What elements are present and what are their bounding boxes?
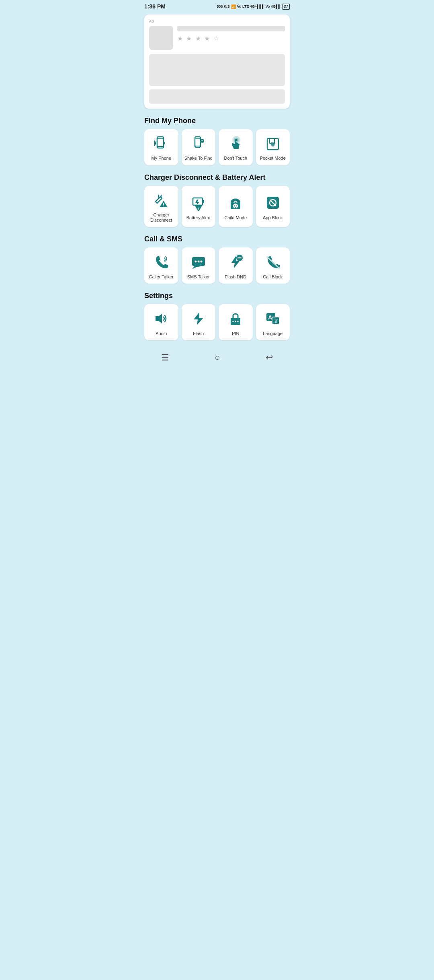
language-label: Language — [263, 331, 283, 336]
call-block-icon — [264, 253, 282, 271]
svg-point-36 — [237, 321, 239, 322]
svg-rect-14 — [193, 198, 203, 205]
ad-banner-main — [149, 54, 285, 86]
child-mode-item[interactable]: Child Mode — [219, 186, 253, 227]
call-sms-grid: Caller Talker SMS Talker — [139, 247, 295, 290]
status-time: 1:36 PM — [144, 3, 166, 10]
svg-point-34 — [232, 321, 234, 322]
app-block-label: App Block — [263, 215, 283, 220]
dont-touch-label: Don't Touch — [224, 156, 247, 161]
flash-dnd-icon — [226, 253, 245, 271]
app-block-item[interactable]: App Block — [256, 186, 290, 227]
menu-nav-icon[interactable]: ☰ — [161, 352, 169, 363]
pin-icon — [226, 309, 245, 328]
svg-point-25 — [194, 260, 197, 262]
signal-icons: Vo LTE 4G+▌▌▌ Vo 4G▌▌ — [237, 4, 281, 8]
section-find-my-phone-title: Find My Phone — [139, 115, 295, 129]
ad-thumbnail — [149, 26, 173, 50]
svg-text:!: ! — [198, 207, 199, 211]
phone-ring-icon — [152, 134, 170, 152]
call-block-label: Call Block — [263, 274, 283, 280]
shake-to-find-label: Shake To Find — [184, 156, 213, 161]
touch-icon — [226, 134, 245, 152]
bottom-nav: ☰ ○ ↩ — [139, 347, 295, 371]
ad-card: AD ★ ★ ★ ★ ☆ — [144, 14, 290, 109]
wifi-icon: 📶 — [231, 4, 236, 9]
child-icon — [226, 194, 245, 212]
pocket-icon — [264, 134, 282, 152]
dont-touch-item[interactable]: Don't Touch — [219, 129, 253, 165]
caller-talker-label: Caller Talker — [149, 274, 174, 280]
call-sms-title: Call & SMS — [139, 233, 295, 247]
pocket-mode-label: Pocket Mode — [260, 156, 286, 161]
battery-alert-icon: ! — [189, 194, 208, 212]
caller-icon — [152, 253, 170, 271]
flash-dnd-label: Flash DND — [225, 274, 246, 280]
flash-label: Flash — [193, 331, 204, 336]
svg-marker-32 — [156, 314, 162, 323]
flash-icon — [189, 309, 208, 328]
svg-point-19 — [236, 205, 237, 206]
status-icons: 506 K/S 📶 Vo LTE 4G+▌▌▌ Vo 4G▌▌ 27 — [217, 4, 290, 10]
sms-talker-item[interactable]: SMS Talker — [182, 247, 216, 284]
my-phone-item[interactable]: My Phone — [144, 129, 178, 165]
call-block-item[interactable]: Call Block — [256, 247, 290, 284]
charger-icon: ! — [152, 191, 170, 209]
svg-point-17 — [233, 204, 238, 208]
sms-icon — [189, 253, 208, 271]
shake-icon — [189, 134, 208, 152]
ad-banner-sub — [149, 89, 285, 104]
pocket-mode-item[interactable]: Pocket Mode — [256, 129, 290, 165]
svg-point-27 — [200, 260, 202, 262]
flash-dnd-item[interactable]: Flash DND — [219, 247, 253, 284]
my-phone-label: My Phone — [151, 156, 171, 161]
settings-title: Settings — [139, 290, 295, 304]
language-icon: A 文 — [264, 309, 282, 328]
charger-battery-title: Charger Disconnect & Battery Alert — [139, 172, 295, 186]
svg-text:文: 文 — [274, 318, 278, 324]
settings-grid: Audio Flash PIN A — [139, 304, 295, 347]
battery-icon: 27 — [282, 4, 290, 10]
battery-alert-label: Battery Alert — [186, 215, 211, 220]
shake-to-find-item[interactable]: Shake To Find — [182, 129, 216, 165]
ad-label: AD — [149, 19, 285, 23]
charger-disconnect-label: Charger Disconnect — [147, 212, 176, 223]
battery-alert-item[interactable]: ! Battery Alert — [182, 186, 216, 227]
caller-talker-item[interactable]: Caller Talker — [144, 247, 178, 284]
home-nav-icon[interactable]: ○ — [215, 352, 220, 363]
charger-battery-grid: ! Charger Disconnect ! Battery Alert — [139, 186, 295, 233]
ad-stars: ★ ★ ★ ★ ☆ — [177, 35, 285, 42]
pin-item[interactable]: PIN — [219, 304, 253, 340]
data-speed: 506 K/S — [217, 4, 230, 8]
language-item[interactable]: A 文 Language — [256, 304, 290, 340]
svg-point-26 — [197, 260, 199, 262]
sms-talker-label: SMS Talker — [187, 274, 210, 280]
child-mode-label: Child Mode — [224, 215, 247, 220]
app-block-icon — [264, 194, 282, 212]
audio-label: Audio — [156, 331, 167, 336]
find-my-phone-grid: My Phone Shake To Find Don't Touch — [139, 129, 295, 172]
svg-text:A: A — [268, 314, 272, 321]
audio-icon — [152, 309, 170, 328]
charger-disconnect-item[interactable]: ! Charger Disconnect — [144, 186, 178, 227]
svg-rect-15 — [203, 200, 204, 203]
audio-item[interactable]: Audio — [144, 304, 178, 340]
back-nav-icon[interactable]: ↩ — [266, 352, 273, 363]
svg-point-35 — [235, 321, 236, 322]
status-bar: 1:36 PM 506 K/S 📶 Vo LTE 4G+▌▌▌ Vo 4G▌▌ … — [139, 0, 295, 11]
svg-point-18 — [234, 205, 235, 206]
pin-label: PIN — [232, 331, 239, 336]
ad-title — [177, 26, 285, 31]
svg-text:!: ! — [163, 202, 164, 208]
flash-item[interactable]: Flash — [182, 304, 216, 340]
